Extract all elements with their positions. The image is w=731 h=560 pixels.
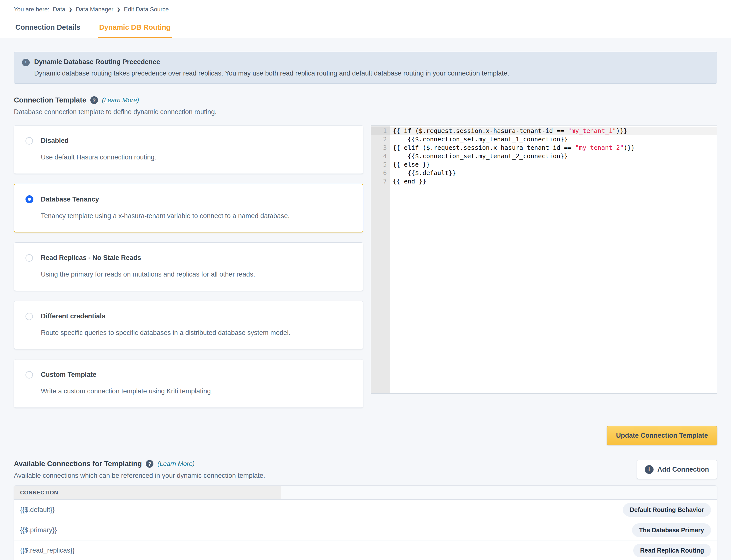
help-icon[interactable]: ?: [90, 96, 98, 104]
available-connections-title: Available Connections for Templating: [14, 460, 142, 468]
option-title: Disabled: [41, 137, 352, 145]
content: ! Dynamic Database Routing Precedence Dy…: [0, 38, 731, 560]
code-line: {{ if ($.request.session.x-hasura-tenant…: [390, 127, 717, 135]
info-icon: !: [22, 59, 30, 66]
option-card-disabled[interactable]: DisabledUse default Hasura connection ro…: [14, 125, 363, 174]
routing-badge: Read Replica Routing: [633, 544, 711, 557]
code-row: 1{{ if ($.request.session.x-hasura-tenan…: [371, 127, 717, 135]
table-row: {{$.read_replicas}}Read Replica Routing: [14, 540, 717, 560]
learn-more-link[interactable]: (Learn More): [102, 96, 139, 104]
code-row: 2 {{$.connection_set.my_tenant_1_connect…: [371, 135, 717, 144]
add-connection-button[interactable]: + Add Connection: [637, 460, 717, 479]
line-number: 7: [371, 177, 390, 186]
update-row: Update Connection Template: [14, 426, 717, 445]
option-description: Tenancy template using a x-hasura-tenant…: [41, 212, 352, 220]
option-card-different-credentials[interactable]: Different credentialsRoute specific quer…: [14, 301, 363, 349]
connection-template-title: Connection Template: [14, 96, 86, 104]
code-row: 7{{ end }}: [371, 177, 717, 186]
banner-body: Dynamic database routing takes precedenc…: [34, 70, 509, 77]
line-number: 5: [371, 160, 390, 169]
option-title: Database Tenancy: [41, 196, 352, 203]
option-description: Route specific queries to specific datab…: [41, 329, 352, 337]
line-number: 2: [371, 135, 390, 144]
breadcrumb-item-data-manager[interactable]: Data Manager: [76, 6, 113, 13]
connection-column-header: CONNECTION: [14, 486, 281, 499]
radio-custom-template[interactable]: [26, 371, 33, 379]
line-number: 1: [371, 127, 390, 135]
breadcrumb-chevron-icon: ❯: [117, 7, 120, 12]
radio-different-credentials[interactable]: [26, 313, 33, 320]
connection-name: {{$.primary}}: [20, 526, 57, 534]
update-connection-template-button[interactable]: Update Connection Template: [607, 426, 717, 445]
option-card-custom-template[interactable]: Custom TemplateWrite a custom connection…: [14, 359, 363, 408]
code-row: 5{{ else }}: [371, 160, 717, 169]
page: You are here: Data❯Data Manager❯Edit Dat…: [0, 0, 731, 560]
option-description: Write a custom connection template using…: [41, 387, 352, 395]
code-line: {{$.connection_set.my_tenant_1_connectio…: [390, 135, 717, 144]
routing-badge: Default Routing Behavior: [623, 503, 711, 517]
breadcrumb-item-data[interactable]: Data: [53, 6, 65, 13]
radio-database-tenancy[interactable]: [26, 195, 33, 203]
option-description: Use default Hasura connection routing.: [41, 153, 352, 161]
connection-name: {{$.default}}: [20, 506, 55, 514]
option-card-database-tenancy[interactable]: Database TenancyTenancy template using a…: [14, 184, 363, 232]
top-bar: You are here: Data❯Data Manager❯Edit Dat…: [0, 0, 731, 38]
connections-table: CONNECTION {{$.default}}Default Routing …: [14, 485, 717, 560]
option-title: Different credentials: [41, 312, 352, 320]
table-row: {{$.primary}}The Database Primary: [14, 520, 717, 540]
code-row: 3{{ elif ($.request.session.x-hasura-ten…: [371, 144, 717, 152]
routing-badge: The Database Primary: [632, 523, 711, 537]
connections-table-body: {{$.default}}Default Routing Behavior{{$…: [14, 500, 717, 560]
radio-read-replicas-no-stale-reads[interactable]: [26, 254, 33, 262]
tab-connection-details[interactable]: Connection Details: [14, 20, 82, 38]
code-row: 6 {{$.default}}: [371, 169, 717, 177]
connection-template-subtitle: Database connection template to define d…: [14, 108, 717, 116]
tab-dynamic-db-routing[interactable]: Dynamic DB Routing: [98, 20, 172, 38]
code-lines: 1{{ if ($.request.session.x-hasura-tenan…: [371, 127, 717, 186]
line-number: 3: [371, 144, 390, 152]
code-line: {{$.default}}: [390, 169, 717, 177]
option-description: Using the primary for reads on mutations…: [41, 271, 352, 278]
row-actions: Read Replica Routing: [633, 544, 711, 557]
learn-more-link[interactable]: (Learn More): [157, 460, 195, 468]
radio-disabled[interactable]: [26, 137, 33, 145]
breadcrumb-chevron-icon: ❯: [69, 7, 72, 12]
banner-title: Dynamic Database Routing Precedence: [34, 58, 509, 66]
breadcrumb-item-edit-data-source[interactable]: Edit Data Source: [124, 6, 169, 13]
connections-table-header: CONNECTION: [14, 486, 717, 500]
row-actions: The Database Primary: [632, 523, 711, 537]
template-options: DisabledUse default Hasura connection ro…: [14, 125, 363, 418]
code-editor[interactable]: 1{{ if ($.request.session.x-hasura-tenan…: [371, 125, 717, 394]
row-actions: Default Routing Behavior: [623, 503, 711, 517]
breadcrumb-prefix: You are here:: [14, 6, 49, 13]
line-number: 4: [371, 152, 390, 160]
template-layout: DisabledUse default Hasura connection ro…: [14, 125, 717, 418]
option-title: Read Replicas - No Stale Reads: [41, 254, 352, 262]
plus-icon: +: [645, 465, 654, 474]
option-card-read-replicas-no-stale-reads[interactable]: Read Replicas - No Stale ReadsUsing the …: [14, 242, 363, 291]
add-connection-label: Add Connection: [657, 466, 709, 473]
available-connections-subtitle: Available connections which can be refer…: [14, 472, 265, 480]
connection-name: {{$.read_replicas}}: [20, 547, 75, 554]
precedence-banner: ! Dynamic Database Routing Precedence Dy…: [14, 52, 717, 84]
code-line: {{ end }}: [390, 177, 717, 186]
breadcrumb: You are here: Data❯Data Manager❯Edit Dat…: [14, 0, 717, 13]
tab-bar: Connection DetailsDynamic DB Routing: [14, 20, 717, 38]
table-row: {{$.default}}Default Routing Behavior: [14, 500, 717, 520]
connection-template-header: Connection Template ? (Learn More): [14, 96, 717, 104]
line-number: 6: [371, 169, 390, 177]
code-row: 4 {{$.connection_set.my_tenant_2_connect…: [371, 152, 717, 160]
available-connections-header: Available Connections for Templating ? (…: [14, 460, 717, 480]
code-line: {{ elif ($.request.session.x-hasura-tena…: [390, 144, 717, 152]
code-line: {{ else }}: [390, 160, 717, 169]
help-icon[interactable]: ?: [146, 460, 153, 468]
code-line: {{$.connection_set.my_tenant_2_connectio…: [390, 152, 717, 160]
breadcrumb-items: Data❯Data Manager❯Edit Data Source: [53, 6, 169, 13]
option-title: Custom Template: [41, 371, 352, 379]
